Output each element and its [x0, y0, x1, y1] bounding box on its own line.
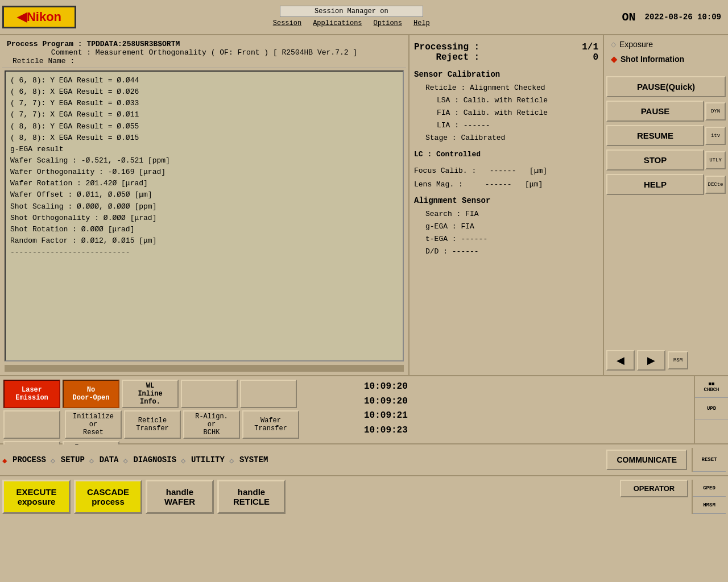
right-execute-btns: OPERATOR	[620, 480, 688, 514]
log-area: ( 6, 8): Y EGA Result = Ø.Ø44( 6, 8): X …	[5, 70, 404, 361]
reticle-transfer-btn[interactable]: ReticleTransfer	[124, 410, 181, 439]
menu-applications[interactable]: Applications	[313, 19, 362, 27]
menu-help[interactable]: Help	[413, 19, 430, 27]
reset-icon[interactable]: RESET	[693, 448, 726, 472]
nav-data[interactable]: ◇ DATA	[89, 455, 119, 464]
nav-arrows: ◀ ▶ MSM	[606, 348, 726, 373]
reject-value: 0	[576, 52, 598, 63]
handle-wafer-button[interactable]: handleWAFER	[146, 480, 214, 514]
processing-label: Processing :	[414, 42, 479, 52]
diagnosis-diamond: ◇	[123, 456, 131, 464]
itv-icon[interactable]: itv	[705, 127, 726, 145]
laser-emission-indicator: LaserEmission	[3, 380, 60, 408]
reject-label: Reject :	[414, 52, 479, 63]
prev-button[interactable]: ◀	[606, 350, 635, 371]
nav-bar: ◆ PROCESS ◇ SETUP ◇ DATA ◇ DIAGNOSIS	[0, 444, 728, 476]
process-diamond: ◆	[2, 456, 10, 464]
top-bar: ◀Nikon Session Manager on Session Applic…	[0, 0, 728, 35]
sensor-block: Sensor Calibration Reticle : Alignment C…	[414, 68, 598, 144]
operator-button[interactable]: OPERATOR	[620, 480, 688, 497]
initialize-btn[interactable]: InitializeorReset	[65, 410, 122, 439]
timestamps: 10:09:2010:09:2010:09:2110:09:23	[358, 376, 694, 443]
exposure-diamond: ◇	[611, 40, 616, 48]
nav-utility[interactable]: ◇ UTILITY	[181, 455, 225, 464]
pause-button[interactable]: PAUSE	[606, 101, 704, 122]
wafer-transfer-btn[interactable]: WaferTransfer	[242, 410, 299, 439]
focus-calib-line: Focus Calib. : ------ [μm]	[414, 164, 598, 177]
utly-icon[interactable]: UTLY	[705, 151, 726, 169]
right-panel: ◇ Exposure ◆ Shot Information PAUSE(Quic…	[603, 35, 728, 375]
communicate-button[interactable]: COMMUNICATE	[606, 450, 687, 470]
gped-icon[interactable]: GPED	[693, 480, 726, 497]
pause-quick-row: PAUSE(Quick)	[606, 75, 726, 98]
next-button[interactable]: ▶	[637, 350, 665, 371]
processing-block: Processing : Reject : 1/1 0	[414, 40, 598, 65]
timestamp: 10:09:21	[364, 409, 688, 423]
menu-session[interactable]: Session	[273, 19, 301, 27]
decte-icon[interactable]: DECte	[705, 176, 726, 194]
sensor-reticle: Reticle : Alignment Checked	[414, 82, 598, 94]
left-panel: Process Program : TPDDATA:258USR3B$ORTM …	[0, 35, 410, 375]
execute-bar: EXECUTEexposure CASCADEprocess handleWAF…	[0, 476, 728, 517]
hmsm-bottom-icon[interactable]: HMSM	[693, 497, 726, 514]
sensor-lsa: LSA : Calib. with Reticle	[414, 94, 598, 107]
process-info: Process Program : TPDDATA:258USR3B$ORTM …	[2, 38, 406, 68]
nav-diagnosis[interactable]: ◇ DIAGNOSIS	[123, 455, 176, 464]
processing-value: 1/1	[576, 42, 598, 52]
shot-info-diamond: ◆	[611, 55, 617, 64]
nikon-logo: ◀Nikon	[2, 6, 76, 28]
session-title: Session Manager on	[280, 6, 423, 17]
pause-quick-button[interactable]: PAUSE(Quick)	[606, 76, 726, 97]
r-align-btn[interactable]: R-Align.orBCHK	[183, 410, 240, 439]
comment-line: Comment : Measurement Orthogonality ( OF…	[7, 48, 402, 57]
status-indicators: LaserEmission NoDoor-Open WLInlineInfo. …	[0, 376, 358, 443]
exposure-button[interactable]: ◇ Exposure	[606, 38, 726, 51]
datetime: 2022-08-26 10:09	[645, 13, 721, 22]
shot-info-button[interactable]: ◆ Shot Information	[606, 52, 726, 66]
right-execute-icons: GPED HMSM	[692, 480, 726, 514]
process-program-line: Process Program : TPDDATA:258USR3B$ORTM	[7, 40, 402, 48]
alignment-gega: g-EGA : FIA	[414, 221, 598, 233]
right-nav-icons: RESET	[692, 448, 726, 472]
timestamp: 10:09:23	[364, 423, 688, 438]
session-manager: Session Manager on Session Applications …	[81, 6, 622, 28]
help-row: HELP DECte	[606, 173, 726, 196]
lc-block: LC : Controlled	[414, 148, 598, 161]
main-area: Process Program : TPDDATA:258USR3B$ORTM …	[0, 35, 728, 376]
pause-row: PAUSE DYN	[606, 99, 726, 123]
dyn-icon[interactable]: DYN	[705, 102, 726, 120]
sensor-title: Sensor Calibration	[414, 68, 598, 82]
center-panel: Processing : Reject : 1/1 0 Sensor Calib…	[410, 35, 603, 375]
sensor-stage: Stage : Calibrated	[414, 132, 598, 144]
top-right: ON 2022-08-26 10:09	[622, 11, 726, 24]
data-diamond: ◇	[89, 456, 97, 464]
status-row: LaserEmission NoDoor-Open WLInlineInfo. …	[0, 376, 728, 444]
session-menu: Session Applications Options Help	[268, 18, 435, 28]
indicator-6	[3, 410, 60, 439]
nav-process[interactable]: ◆ PROCESS	[2, 455, 46, 464]
nav-setup[interactable]: ◇ SETUP	[51, 455, 85, 464]
stop-row: STOP UTLY	[606, 148, 726, 172]
help-button[interactable]: HELP	[606, 174, 704, 195]
alignment-tega: t-EGA : ------	[414, 233, 598, 246]
stop-button[interactable]: STOP	[606, 149, 704, 171]
chbch-icon[interactable]: ■■CHBCH	[695, 376, 728, 398]
execute-exposure-button[interactable]: EXECUTEexposure	[2, 480, 71, 514]
handle-reticle-button[interactable]: handleRETICLE	[217, 480, 286, 514]
right-icon-panel: ■■CHBCH UPD	[694, 376, 728, 443]
wl-inline-indicator: WLInlineInfo.	[122, 380, 179, 408]
resume-button[interactable]: RESUME	[606, 125, 704, 146]
msm-icon[interactable]: MSM	[668, 351, 688, 369]
reticle-line: Reticle Name :	[7, 57, 402, 65]
nav-system[interactable]: ◇ SYSTEM	[229, 455, 268, 464]
sensor-lia: LIA : ------	[414, 119, 598, 132]
no-door-open-indicator: NoDoor-Open	[63, 380, 119, 408]
system-diamond: ◇	[229, 456, 237, 464]
cascade-process-button[interactable]: CASCADEprocess	[74, 480, 142, 514]
alignment-block: Alignment Sensor Search : FIA g-EGA : FI…	[414, 194, 598, 258]
timestamp: 10:09:20	[364, 380, 688, 394]
scrollbar[interactable]	[5, 365, 404, 372]
menu-options[interactable]: Options	[374, 19, 402, 27]
upd-icon[interactable]: UPD	[695, 398, 728, 419]
lens-mag-line: Lens Mag. : ------ [μm]	[414, 178, 598, 191]
